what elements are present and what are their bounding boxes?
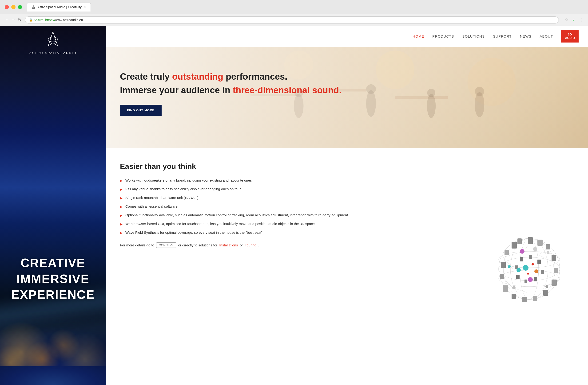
traffic-lights <box>5 5 22 9</box>
bullet-arrow-icon: ▶ <box>120 196 123 201</box>
nav-home[interactable]: HOME <box>413 34 424 38</box>
touring-link[interactable]: Touring <box>245 243 256 247</box>
info-title: Easier than you think <box>120 162 470 171</box>
nav-about[interactable]: ABOUT <box>540 34 553 38</box>
refresh-button[interactable]: ↻ <box>18 17 21 22</box>
svg-point-68 <box>512 286 516 289</box>
nav-products[interactable]: PRODUCTS <box>432 34 454 38</box>
left-sidebar-panel: ASTRO SPATIAL AUDIO CREATIVE IMMERSIVE E… <box>0 26 106 385</box>
svg-point-71 <box>527 273 529 275</box>
svg-point-69 <box>546 285 548 288</box>
bullet-arrow-icon: ▶ <box>120 213 123 218</box>
bookmark-icon[interactable]: ☆ <box>565 17 568 22</box>
url-display: https://www.astroaudio.eu <box>45 18 83 22</box>
back-button[interactable]: ← <box>5 17 9 22</box>
feature-item-7: ▶ Wave Field Synthesis for optimal cover… <box>120 230 470 235</box>
feature-item-4: ▶ Comes with all essential software <box>120 204 470 209</box>
svg-rect-36 <box>512 242 517 249</box>
hero-line-2: IMMERSIVE <box>0 271 106 287</box>
info-left-column: Easier than you think ▶ Works with louds… <box>120 162 470 376</box>
bullet-arrow-icon: ▶ <box>120 204 123 209</box>
minimize-button[interactable] <box>11 5 16 9</box>
hero-title-line2: Immerse your audience in three-dimension… <box>120 84 574 96</box>
svg-point-66 <box>546 251 549 254</box>
feature-item-6: ▶ Web browser-based GUI, optimised for t… <box>120 221 470 227</box>
info-section: Easier than you think ▶ Works with louds… <box>106 148 588 385</box>
hero-line-3: EXPERIENCE <box>0 287 106 303</box>
svg-point-65 <box>517 268 521 272</box>
logo-text: ASTRO SPATIAL AUDIO <box>29 51 77 55</box>
features-list: ▶ Works with loudspeakers of any brand, … <box>120 178 470 235</box>
svg-rect-52 <box>520 257 523 261</box>
nav-solutions[interactable]: SOLUTIONS <box>462 34 485 38</box>
close-button[interactable] <box>5 5 9 9</box>
concept-badge[interactable]: CONCEPT <box>156 242 176 248</box>
tab-bar: Astro Spatial Audio | Creativity ✕ <box>27 2 583 12</box>
city-lights <box>0 296 106 366</box>
svg-rect-44 <box>543 290 548 296</box>
address-bar[interactable]: 🔒 Secure https://www.astroaudio.eu <box>25 17 559 23</box>
hero-line-1: CREATIVE <box>0 255 106 271</box>
svg-rect-53 <box>529 255 532 259</box>
svg-rect-40 <box>546 244 550 250</box>
navigation-bar: HOME PRODUCTS SOLUTIONS SUPPORT NEWS ABO… <box>106 26 588 47</box>
nav-news[interactable]: NEWS <box>520 34 531 38</box>
svg-rect-45 <box>533 296 537 301</box>
forward-button[interactable]: → <box>11 17 16 22</box>
hero-tagline: CREATIVE IMMERSIVE EXPERIENCE <box>0 255 106 303</box>
checkmark-icon: ✓ <box>572 17 576 22</box>
find-out-more-button[interactable]: FIND OUT MORE <box>120 105 162 116</box>
browser-chrome: Astro Spatial Audio | Creativity ✕ <box>0 0 588 14</box>
right-content-panel: HOME PRODUCTS SOLUTIONS SUPPORT NEWS ABO… <box>106 26 588 385</box>
svg-rect-51 <box>504 250 509 255</box>
hero-title-line1: Create truly outstanding performances. <box>120 71 574 83</box>
hero-content: Create truly outstanding performances. I… <box>106 47 588 128</box>
svg-rect-37 <box>517 238 522 244</box>
svg-rect-48 <box>503 285 508 292</box>
svg-point-22 <box>499 257 560 281</box>
tab-title: Astro Spatial Audio | Creativity <box>37 5 82 9</box>
nav-links: HOME PRODUCTS SOLUTIONS SUPPORT NEWS ABO… <box>413 30 579 42</box>
svg-rect-39 <box>537 240 543 246</box>
svg-rect-55 <box>541 270 544 274</box>
hero-highlight-3d: three-dimensional sound. <box>233 85 341 95</box>
svg-rect-56 <box>534 277 537 281</box>
hero-highlight-outstanding: outstanding <box>172 72 223 81</box>
address-bar-row: ← → ↻ 🔒 Secure https://www.astroaudio.eu… <box>0 14 588 26</box>
svg-point-67 <box>508 265 511 268</box>
svg-point-60 <box>520 249 525 254</box>
svg-rect-43 <box>551 280 557 286</box>
svg-point-61 <box>533 247 537 251</box>
svg-rect-42 <box>554 268 558 273</box>
for-more-line: For more details go to CONCEPT or direct… <box>120 242 470 248</box>
feature-item-5: ▶ Optional functionality available, such… <box>120 212 470 218</box>
svg-rect-38 <box>528 237 533 244</box>
svg-point-63 <box>534 270 538 273</box>
nav-support[interactable]: SUPPORT <box>493 34 512 38</box>
svg-point-70 <box>532 263 534 266</box>
svg-rect-46 <box>522 297 527 302</box>
bullet-arrow-icon: ▶ <box>120 187 123 192</box>
hero-section: Create truly outstanding performances. I… <box>106 47 588 148</box>
menu-icon[interactable]: ⋮ <box>579 17 583 22</box>
svg-rect-57 <box>525 280 527 283</box>
feature-item-3: ▶ Single rack-mountable hardware unit (S… <box>120 195 470 201</box>
browser-tab[interactable]: Astro Spatial Audio | Creativity ✕ <box>27 2 91 12</box>
installations-link[interactable]: Installations <box>219 243 238 247</box>
navigation-buttons: ← → ↻ <box>5 17 21 22</box>
svg-point-64 <box>528 277 533 282</box>
feature-item-1: ▶ Works with loudspeakers of any brand, … <box>120 178 470 183</box>
sphere-visualization-area <box>484 162 574 376</box>
3d-sphere-viz <box>492 234 567 304</box>
svg-rect-50 <box>501 262 506 268</box>
bullet-arrow-icon: ▶ <box>120 231 123 235</box>
feature-item-2: ▶ Fits any venue, thanks to easy scalabi… <box>120 187 470 192</box>
svg-rect-58 <box>516 275 520 279</box>
astro-logo-icon <box>43 31 62 49</box>
tab-favicon <box>32 5 36 9</box>
maximize-button[interactable] <box>18 5 22 9</box>
page-wrapper: ASTRO SPATIAL AUDIO CREATIVE IMMERSIVE E… <box>0 26 588 385</box>
sphere-svg <box>492 234 567 304</box>
bullet-arrow-icon: ▶ <box>120 222 123 227</box>
tab-close-button[interactable]: ✕ <box>84 5 86 9</box>
